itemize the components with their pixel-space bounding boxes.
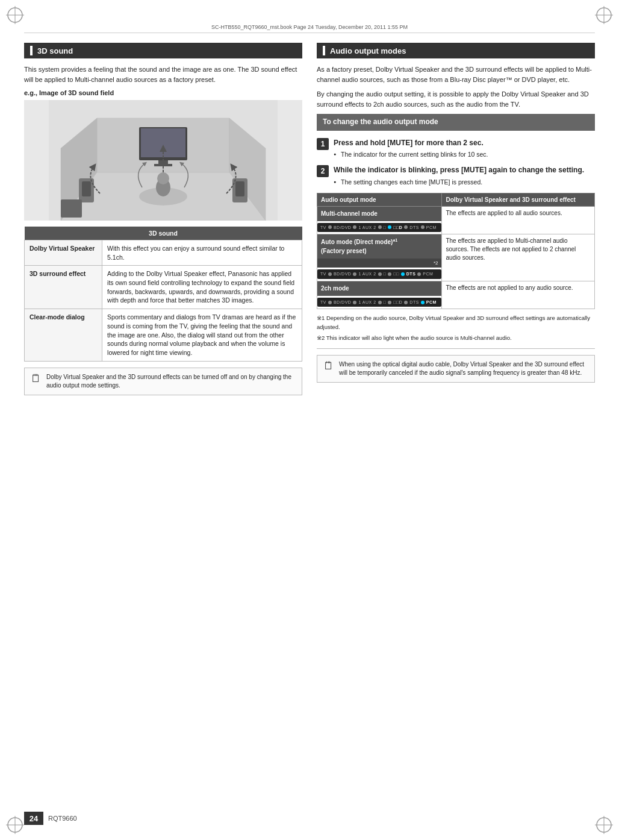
page-footer: 24 RQT9660 (24, 812, 595, 825)
row-text-1: Adding to the Dolby Virtual Speaker effe… (102, 266, 302, 309)
right-note-box: 🗒 When using the optical digital audio c… (317, 355, 595, 383)
audio-row-1: Auto mode (Direct mode)*1(Factory preset… (317, 234, 595, 281)
audio-row-0: Multi-channel mode TV BD/DVD 1 AUX 2 □ (317, 206, 595, 234)
step-2: 2 While the indicator is blinking, press… (317, 165, 595, 186)
corner-mark-tr (595, 6, 613, 24)
audio-row-2-left: 2ch mode TV BD/DVD 1 AUX 2 □ □□D (317, 281, 442, 309)
table-row: 3D surround effect Adding to the Dolby V… (25, 266, 302, 309)
right-body1: As a factory preset, Dolby Virtual Speak… (317, 64, 595, 84)
row-label-0: Dolby Virtual Speaker (25, 240, 102, 266)
right-column: Audio output modes As a factory preset, … (317, 43, 595, 401)
mode-label-0: Multi-channel mode (317, 207, 441, 221)
left-note-box: 🗒 Dolby Virtual Speaker and the 3D surro… (24, 368, 302, 395)
audio-row-2: 2ch mode TV BD/DVD 1 AUX 2 □ □□D (317, 281, 595, 309)
corner-mark-br (595, 816, 613, 834)
indicator-strip-0: TV BD/DVD 1 AUX 2 □ □□D DTS (317, 223, 441, 233)
step-1-bullet: The indicator for the current setting bl… (334, 150, 595, 159)
indicator-strip-1: TV BD/DVD 1 AUX 2 □ □□ DTS (317, 269, 441, 279)
audio-row-0-right: The effects are applied to all audio sou… (442, 206, 595, 234)
main-content: 3D sound This system provides a feeling … (24, 43, 595, 401)
audio-row-0-left: Multi-channel mode TV BD/DVD 1 AUX 2 □ (317, 206, 442, 234)
audio-output-table: Audio output mode Dolby Virtual Speaker … (317, 193, 595, 310)
row-label-1: 3D surround effect (25, 266, 102, 309)
left-column: 3D sound This system provides a feeling … (24, 43, 302, 401)
step-2-content: While the indicator is blinking, press [… (334, 165, 595, 186)
corner-mark-tl (6, 6, 24, 24)
left-body-text: This system provides a feeling that the … (24, 64, 302, 84)
step-1-number: 1 (317, 138, 329, 150)
svg-rect-25 (82, 181, 91, 196)
3d-sound-table: 3D sound Dolby Virtual Speaker With this… (24, 227, 302, 362)
footnote-mark: *2 (317, 259, 441, 268)
table-row: Dolby Virtual Speaker With this effect y… (25, 240, 302, 266)
step-2-title: While the indicator is blinking, press [… (334, 165, 595, 175)
step-2-bullet: The setting changes each time [MUTE] is … (334, 178, 595, 187)
left-section-heading: 3D sound (24, 43, 302, 58)
left-heading-text: 3D sound (37, 46, 73, 55)
indicator-strip-2: TV BD/DVD 1 AUX 2 □ □□D DTS (317, 298, 441, 307)
page-code: RQT9660 (48, 815, 77, 822)
footnote-2: ※2 This indicator will also light when t… (317, 334, 595, 342)
note-icon-left: 🗒 (31, 373, 43, 384)
audio-col1-header: Audio output mode (317, 193, 442, 206)
left-note-text: Dolby Virtual Speaker and the 3D surroun… (46, 373, 296, 390)
left-subheading: e.g., Image of 3D sound field (24, 89, 302, 96)
divider (317, 348, 595, 349)
header-bar: SC-HTB550_RQT9660_mst.book Page 24 Tuesd… (24, 24, 595, 33)
mode-label-2: 2ch mode (317, 281, 441, 296)
audio-col2-header: Dolby Virtual Speaker and 3D surround ef… (442, 193, 595, 206)
row-text-0: With this effect you can enjoy a surroun… (102, 240, 302, 266)
svg-rect-28 (61, 199, 82, 218)
step-1-content: Press and hold [MUTE] for more than 2 se… (334, 138, 595, 159)
right-body2: By changing the audio output setting, it… (317, 89, 595, 109)
table-row: Clear-mode dialog Sports commentary and … (25, 309, 302, 361)
right-note-text: When using the optical digital audio cab… (339, 360, 588, 377)
svg-point-23 (157, 172, 169, 184)
step-2-number: 2 (317, 165, 329, 177)
step-1-title: Press and hold [MUTE] for more than 2 se… (334, 138, 595, 148)
mode-label-1: Auto mode (Direct mode)*1(Factory preset… (317, 234, 441, 258)
page: SC-HTB550_RQT9660_mst.book Page 24 Tuesd… (0, 0, 619, 840)
row-label-2: Clear-mode dialog (25, 309, 102, 361)
3d-sound-image (24, 100, 302, 221)
svg-rect-27 (235, 181, 244, 196)
right-section-heading: Audio output modes (317, 43, 595, 58)
page-number: 24 (24, 812, 43, 825)
header-text: SC-HTB550_RQT9660_mst.book Page 24 Tuesd… (211, 24, 408, 30)
audio-row-2-right: The effects are not applied to any audio… (442, 281, 595, 309)
step-1: 1 Press and hold [MUTE] for more than 2 … (317, 138, 595, 159)
footnote-1: ※1 Depending on the audio source, Dolby … (317, 314, 595, 331)
audio-row-1-left: Auto mode (Direct mode)*1(Factory preset… (317, 234, 442, 281)
3d-scene-svg (24, 100, 302, 221)
note-icon-right: 🗒 (323, 360, 335, 371)
audio-row-1-right: The effects are applied to Multi-channel… (442, 234, 595, 281)
subsection-heading: To change the audio output mode (317, 114, 595, 131)
corner-mark-bl (6, 816, 24, 834)
table-heading: 3D sound (25, 227, 302, 240)
row-text-2: Sports commentary and dialogs from TV dr… (102, 309, 302, 361)
subsection-heading-text: To change the audio output mode (323, 118, 438, 126)
right-heading-text: Audio output modes (330, 46, 406, 55)
